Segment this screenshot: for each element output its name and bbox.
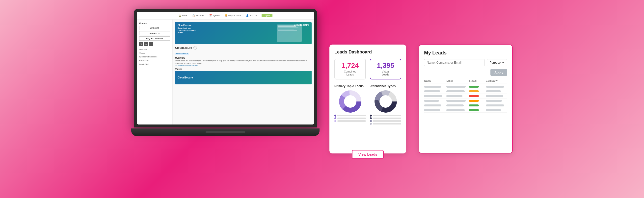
nav-agenda-label: Agenda [213, 14, 220, 16]
col-name: Name [424, 79, 445, 82]
status-indicator [469, 104, 479, 106]
status-indicator [469, 95, 479, 97]
combined-leads-number: 1,724 [338, 62, 362, 69]
status-cell [469, 109, 485, 111]
legend-item [370, 123, 401, 125]
hero-mockup [277, 24, 302, 42]
nav-play-game[interactable]: 🏆 Play the Game [225, 14, 241, 17]
legend-dot-2 [370, 117, 372, 119]
table-row [424, 108, 507, 113]
legend-bar-1 [337, 115, 366, 116]
status-cell [469, 95, 485, 97]
email-cell [446, 95, 462, 97]
heart-icon[interactable]: ♡ [194, 46, 197, 49]
agenda-icon: 📅 [209, 14, 212, 17]
table-row [424, 89, 507, 94]
nav-home[interactable]: 🏠 Home [178, 14, 187, 17]
laptop-screen: 🏠 Home 📋 Exhibitors 📅 Agenda 🏆 Play the … [137, 12, 314, 125]
charts-section: Primary Topic Focus Attendance Types [334, 84, 401, 126]
laptop-base [131, 128, 320, 136]
logout-button[interactable]: Logout [262, 14, 272, 17]
table-row [424, 84, 507, 89]
product-hero: CloudSecure Download our CloudSecure Sal… [175, 22, 312, 44]
svg-point-10 [381, 97, 390, 106]
charts-title-row: Primary Topic Focus Attendance Types [334, 84, 401, 88]
email-cell [446, 104, 464, 106]
nav-game-label: Play the Game [228, 14, 241, 16]
dashboard-wrapper: Leads Dashboard 1,724 CombinedLeads 1,39… [324, 44, 411, 154]
legend-dot-3 [370, 120, 372, 122]
nav-account[interactable]: 👤 Account [246, 14, 256, 17]
leads-dashboard: Leads Dashboard 1,724 CombinedLeads 1,39… [330, 44, 406, 154]
legend-item [334, 120, 366, 122]
legend-item [370, 115, 401, 117]
my-leads-title: My Leads [424, 50, 507, 56]
dashboard-title: Leads Dashboard [334, 49, 401, 55]
legend-bar-2 [373, 118, 401, 119]
twitter-icon[interactable]: 𝕏 [139, 42, 143, 46]
legend-dot-3 [334, 120, 336, 122]
video-thumb-label: CloudSecure [178, 76, 193, 79]
attendance-types-chart [374, 90, 397, 113]
page-content: CloudSecure Download our CloudSecure Sal… [173, 19, 314, 125]
status-cell [469, 86, 485, 88]
search-input[interactable] [424, 59, 485, 66]
sidebar-item-sponsored[interactable]: Sponsored Sessions [139, 55, 170, 59]
contact-us-button[interactable]: CONTACT US [139, 31, 170, 35]
status-indicator [469, 86, 479, 88]
nav-home-label: Home [182, 14, 187, 16]
request-meeting-button[interactable]: REQUEST MEETING [139, 36, 170, 41]
legend-item [334, 117, 366, 119]
laptop-body: 🏠 Home 📋 Exhibitors 📅 Agenda 🏆 Play the … [134, 9, 317, 127]
legend-bar-2 [337, 118, 366, 119]
legend-bar-3 [373, 120, 401, 122]
status-cell [469, 100, 485, 102]
sidebar-item-overview[interactable]: Overview [139, 47, 170, 51]
facebook-icon[interactable]: f [149, 42, 153, 46]
sidebar-item-videos[interactable]: Videos [139, 51, 170, 55]
purpose-select[interactable]: Purpose ▼ [487, 59, 507, 66]
email-cell [446, 100, 466, 102]
legend-dot-2 [334, 117, 336, 119]
chart2-container [370, 90, 401, 126]
live-chat-button[interactable]: LIVE CHAT [139, 26, 170, 30]
linkedin-icon[interactable]: in [144, 42, 148, 46]
name-cell [424, 90, 440, 92]
combined-leads-stat: 1,724 CombinedLeads [334, 59, 366, 79]
sidebar: Contact LIVE CHAT CONTACT US REQUEST MEE… [137, 19, 173, 125]
topic-focus-chart [339, 90, 362, 113]
legend-dot-1 [334, 115, 336, 117]
view-leads-button[interactable]: View Leads [352, 150, 384, 159]
apply-button[interactable]: Apply [490, 69, 507, 76]
virtual-leads-number: 1,395 [373, 62, 398, 69]
legend-bar-4 [373, 123, 401, 125]
video-section: Videos CloudSecure [175, 68, 312, 84]
svg-point-4 [345, 97, 355, 106]
nav-agenda[interactable]: 📅 Agenda [209, 14, 220, 17]
chart2-legend [370, 115, 401, 126]
name-cell [424, 86, 441, 88]
status-indicator [469, 100, 479, 102]
sidebar-item-booth[interactable]: Booth Staff [139, 62, 170, 66]
virtual-leads-stat: 1,395 VirtualLeads [370, 59, 401, 79]
legend-bar-1 [373, 115, 401, 116]
product-link[interactable]: https://www.cloudSecure.com [175, 65, 312, 66]
name-cell [424, 100, 439, 102]
overview-title: Overview [175, 57, 312, 59]
company-cell [486, 90, 501, 92]
sidebar-item-resources[interactable]: Resources [139, 59, 170, 62]
video-thumbnail[interactable]: CloudSecure [175, 71, 312, 84]
nav-exhibitors-label: Exhibitors [196, 14, 204, 16]
legend-item [334, 115, 366, 117]
table-row [424, 103, 507, 108]
product-badge: NEW PRODUCTS [175, 53, 189, 55]
chart1-legend [334, 115, 366, 123]
legend-dot-1 [370, 115, 372, 117]
email-cell [446, 90, 464, 92]
charts-row [334, 90, 401, 126]
nav-account-label: Account [250, 14, 256, 16]
name-cell [424, 104, 441, 106]
legend-dot-4 [370, 123, 372, 125]
laptop: 🏠 Home 📋 Exhibitors 📅 Agenda 🏆 Play the … [131, 6, 320, 192]
nav-exhibitors[interactable]: 📋 Exhibitors [192, 14, 204, 17]
